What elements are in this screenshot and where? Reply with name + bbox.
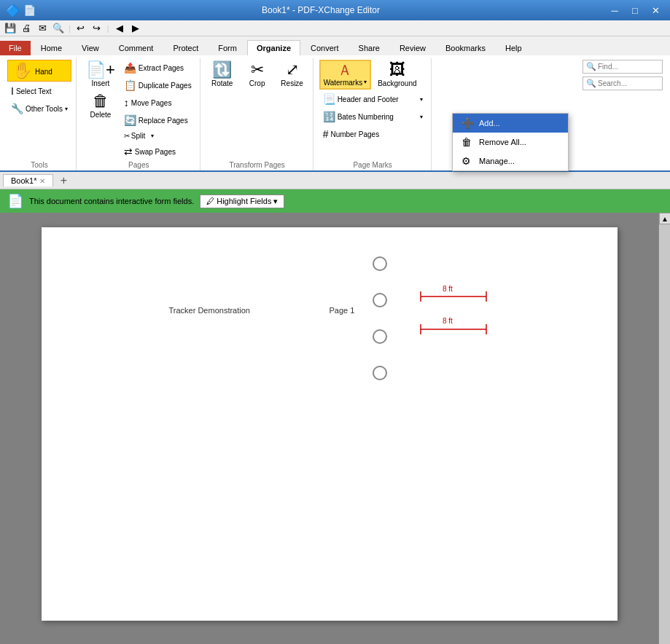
move-icon: ↕ <box>124 97 129 109</box>
duplicate-pages-label: Duplicate Pages <box>139 82 192 90</box>
split-dropdown-arrow[interactable]: ▾ <box>149 130 156 141</box>
radio-circle-3 <box>373 329 387 344</box>
undo-button[interactable]: ↩ <box>74 21 88 36</box>
watermarks-button[interactable]: Ａ Watermarks ▾ <box>319 60 372 90</box>
tab-comment[interactable]: Comment <box>109 40 163 55</box>
header-footer-button[interactable]: 📃 Header and Footer ▾ <box>319 91 426 107</box>
background-button[interactable]: 🖼 Background <box>374 60 420 90</box>
crop-icon: ✂ <box>251 62 264 78</box>
replace-pages-button[interactable]: 🔄 Replace Pages <box>120 112 195 128</box>
titlebar-title: Book1* - PDF-XChange Editor <box>36 5 606 15</box>
number-pages-icon: # <box>323 128 329 140</box>
tab-help[interactable]: Help <box>496 40 531 55</box>
select-text-icon: I <box>11 85 14 97</box>
page-tabbar: Book1* ✕ + <box>0 172 670 189</box>
tab-form[interactable]: Form <box>209 40 246 55</box>
tab-view[interactable]: View <box>72 40 109 55</box>
number-pages-button[interactable]: # Number Pages <box>319 126 426 142</box>
back-button[interactable]: ◀ <box>112 21 127 36</box>
search-icon: 🔍 <box>586 79 596 88</box>
find-icon: 🔍 <box>586 62 596 71</box>
tab-organize[interactable]: Organize <box>247 40 300 55</box>
bates-numbering-button[interactable]: 🔢 Bates Numbering ▾ <box>319 109 426 125</box>
find-input[interactable] <box>598 63 656 71</box>
radio-circle-4 <box>373 366 387 380</box>
print-button[interactable]: 🖨 <box>19 21 34 36</box>
remove-all-label: Remove All... <box>479 138 526 146</box>
app-icon2: 📄 <box>23 4 36 16</box>
redo-button[interactable]: ↪ <box>90 21 104 36</box>
select-text-label: Select Text <box>16 87 52 95</box>
app-logo-icon: 🔷 <box>6 4 20 17</box>
minimize-button[interactable]: ─ <box>606 4 623 17</box>
scrollbar-right[interactable]: ▲ ▼ <box>658 213 670 644</box>
search-box[interactable]: 🔍 <box>583 76 663 90</box>
number-pages-label: Number Pages <box>330 130 379 138</box>
tab-share[interactable]: Share <box>349 40 389 55</box>
tab-review[interactable]: Review <box>390 40 435 55</box>
main-area: Tracker Demonstration Page 1 8 ft 8 ft ▲… <box>0 213 670 644</box>
hand-tool-button[interactable]: ✋ Hand <box>7 60 71 82</box>
add-watermark-item[interactable]: ➕ Add... <box>453 114 568 133</box>
manage-watermarks-item[interactable]: ⚙ Manage... <box>453 152 568 170</box>
tab-file[interactable]: File <box>0 41 31 55</box>
resize-icon: ⤢ <box>286 62 299 78</box>
split-button[interactable]: ✂ Split ▾ <box>120 130 195 142</box>
watermarks-icon: Ａ <box>338 63 352 77</box>
duplicate-pages-button[interactable]: 📋 Duplicate Pages <box>120 77 195 93</box>
maximize-button[interactable]: □ <box>626 4 644 17</box>
svg-text:8 ft: 8 ft <box>443 285 453 293</box>
find-box[interactable]: 🔍 <box>583 60 663 74</box>
watermarks-dropdown: ➕ Add... 🗑 Remove All... ⚙ Manage... <box>452 113 569 171</box>
watermarks-dropdown-arrow[interactable]: ▾ <box>364 79 367 85</box>
scan-button[interactable]: 🔍 <box>51 21 66 36</box>
other-tools-button[interactable]: 🔧 Other Tools ▾ <box>7 101 71 117</box>
extract-pages-button[interactable]: 📤 Extract Pages <box>120 60 195 76</box>
svg-text:8 ft: 8 ft <box>443 317 453 325</box>
background-label: Background <box>378 79 416 87</box>
page-tab[interactable]: Book1* ✕ <box>3 174 53 186</box>
insert-label: Insert <box>91 79 109 87</box>
save-button[interactable]: 💾 <box>3 21 17 36</box>
delete-button[interactable]: 🗑 Delete <box>82 91 119 121</box>
pages-group: 📄+ Insert 🗑 Delete 📤 Extract Pages 📋 Dup… <box>78 58 200 170</box>
scroll-up-button[interactable]: ▲ <box>659 213 670 224</box>
add-tab-button[interactable]: + <box>56 173 71 188</box>
crop-button[interactable]: ✂ Crop <box>241 60 273 90</box>
resize-button[interactable]: ⤢ Resize <box>276 60 308 90</box>
move-pages-label: Move Pages <box>131 99 172 107</box>
bates-numbering-label: Bates Numbering <box>338 113 394 121</box>
highlight-fields-button[interactable]: 🖊 Highlight Fields ▾ <box>200 195 284 208</box>
tab-bookmarks[interactable]: Bookmarks <box>436 40 495 55</box>
email-button[interactable]: ✉ <box>35 21 50 36</box>
select-text-button[interactable]: I Select Text <box>7 83 71 99</box>
rotate-button[interactable]: 🔃 Rotate <box>206 60 238 90</box>
search-input[interactable] <box>598 79 656 87</box>
close-button[interactable]: ✕ <box>647 4 664 17</box>
highlight-dropdown-arrow[interactable]: ▾ <box>273 197 278 206</box>
move-pages-button[interactable]: ↕ Move Pages <box>120 95 195 111</box>
insert-button[interactable]: 📄+ Insert <box>82 60 119 90</box>
scroll-track[interactable] <box>659 224 670 644</box>
rotate-icon: 🔃 <box>212 62 232 78</box>
notification-bar: 📄 This document contains interactive for… <box>0 189 670 213</box>
tab-protect[interactable]: Protect <box>163 40 208 55</box>
titlebar-left: 🔷 📄 <box>6 4 36 17</box>
remove-all-watermarks-item[interactable]: 🗑 Remove All... <box>453 133 568 152</box>
header-footer-label: Header and Footer <box>338 95 399 103</box>
duplicate-icon: 📋 <box>124 79 136 91</box>
swap-pages-label: Swap Pages <box>135 148 176 156</box>
swap-pages-button[interactable]: ⇄ Swap Pages <box>120 144 195 160</box>
hand-icon: ✋ <box>12 63 32 79</box>
titlebar-controls: ─ □ ✕ <box>606 4 664 17</box>
tab-convert[interactable]: Convert <box>301 40 348 55</box>
swap-icon: ⇄ <box>124 146 133 157</box>
remove-all-icon: 🗑 <box>461 136 475 148</box>
highlight-icon: 🖊 <box>206 197 214 205</box>
page-tab-close[interactable]: ✕ <box>39 177 45 185</box>
forward-button[interactable]: ▶ <box>128 21 143 36</box>
notif-text: This document contains interactive form … <box>29 197 194 205</box>
tab-home[interactable]: Home <box>31 40 71 55</box>
quick-access-toolbar: 💾 🖨 ✉ 🔍 | ↩ ↪ | ◀ ▶ <box>0 20 670 36</box>
tools-group: ✋ Hand I Select Text 🔧 Other Tools ▾ Too… <box>3 58 77 170</box>
